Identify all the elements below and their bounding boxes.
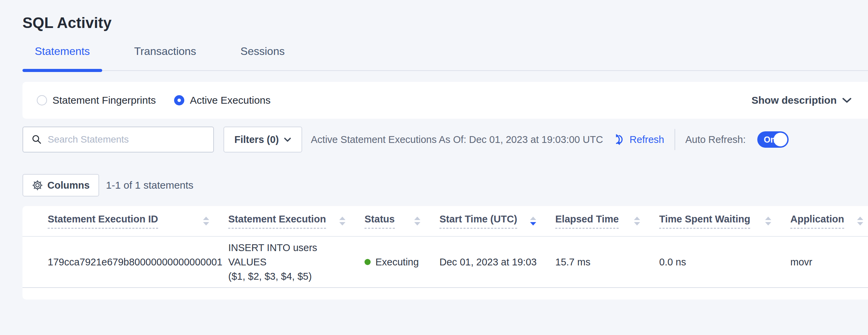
- radio-label: Active Executions: [190, 94, 270, 106]
- caret-down-icon: [414, 222, 420, 225]
- column-header-start-time[interactable]: Start Time (UTC): [439, 214, 555, 229]
- sort-icon: [857, 217, 863, 225]
- tab-transactions[interactable]: Transactions: [122, 44, 208, 70]
- refresh-button[interactable]: Refresh: [611, 133, 664, 146]
- columns-label: Columns: [47, 180, 90, 191]
- radio-active-executions[interactable]: Active Executions: [174, 94, 270, 106]
- table-header-row: Statement Execution ID Statement Executi…: [22, 206, 868, 237]
- cell-statement: INSERT INTO users VALUES ($1, $2, $3, $4…: [228, 241, 365, 283]
- column-header-statement-execution-id[interactable]: Statement Execution ID: [48, 214, 228, 229]
- caret-up-icon: [203, 217, 209, 220]
- page-title: SQL Activity: [22, 14, 868, 31]
- as-of-timestamp: Active Statement Executions As Of: Dec 0…: [311, 134, 603, 145]
- tab-statements[interactable]: Statements: [22, 44, 102, 70]
- cell-time-spent-waiting: 0.0 ns: [659, 257, 790, 268]
- show-description-toggle[interactable]: Show description: [751, 94, 852, 106]
- tab-sessions[interactable]: Sessions: [228, 44, 297, 70]
- cell-execution-id: 179cca7921e679b80000000000000001: [48, 257, 228, 268]
- caret-down-icon: [339, 222, 345, 225]
- sort-icon: [634, 217, 640, 225]
- sort-icon: [203, 217, 209, 225]
- cell-elapsed-time: 15.7 ms: [555, 257, 659, 268]
- cell-application: movr: [790, 257, 868, 268]
- sort-icon: [414, 217, 420, 225]
- view-mode-card: Statement Fingerprints Active Executions…: [22, 82, 868, 119]
- controls-row: Filters (0) Active Statement Executions …: [22, 126, 868, 153]
- caret-down-icon: [857, 222, 863, 225]
- toggle-knob[interactable]: [774, 133, 787, 146]
- column-header-statement-execution[interactable]: Statement Execution: [228, 214, 365, 229]
- chevron-down-icon: [842, 97, 852, 103]
- filters-button[interactable]: Filters (0): [223, 127, 302, 152]
- caret-down-icon: [530, 222, 536, 225]
- search-icon: [31, 134, 42, 145]
- radio-label: Statement Fingerprints: [52, 94, 156, 106]
- vertical-divider: [675, 129, 675, 150]
- caret-up-icon: [530, 217, 536, 220]
- columns-button[interactable]: Columns: [22, 174, 99, 196]
- show-description-label: Show description: [751, 94, 837, 106]
- cell-status: Executing: [365, 257, 439, 268]
- caret-down-icon: [765, 222, 771, 225]
- statements-table: Statement Execution ID Statement Executi…: [22, 206, 868, 300]
- caret-up-icon: [414, 217, 420, 220]
- auto-refresh-label: Auto Refresh:: [685, 134, 746, 145]
- table-row: 179cca7921e679b80000000000000001 INSERT …: [22, 237, 868, 288]
- sort-icon-active-desc: [530, 217, 536, 225]
- column-header-elapsed-time[interactable]: Elapsed Time: [555, 214, 659, 229]
- refresh-icon: [611, 133, 625, 146]
- cell-start-time: Dec 01, 2023 at 19:03: [439, 257, 555, 268]
- column-header-status[interactable]: Status: [365, 214, 439, 229]
- caret-down-icon: [203, 222, 209, 225]
- caret-up-icon: [339, 217, 345, 220]
- column-header-application[interactable]: Application: [790, 214, 868, 229]
- refresh-label: Refresh: [630, 134, 664, 145]
- caret-up-icon: [634, 217, 640, 220]
- sort-icon: [765, 217, 771, 225]
- auto-refresh-toggle[interactable]: On: [757, 131, 789, 148]
- filters-label: Filters (0): [234, 134, 279, 145]
- radio-icon: [37, 95, 47, 105]
- status-dot-icon: [365, 259, 371, 265]
- search-box: [22, 127, 214, 152]
- gear-icon: [32, 180, 43, 191]
- radio-icon: [174, 95, 184, 105]
- column-header-time-spent-waiting[interactable]: Time Spent Waiting: [659, 214, 790, 229]
- status-label: Executing: [375, 257, 419, 268]
- caret-down-icon: [634, 222, 640, 225]
- caret-up-icon: [857, 217, 863, 220]
- sort-icon: [339, 217, 345, 225]
- results-count: 1-1 of 1 statements: [106, 179, 193, 191]
- table-toolbar: Columns 1-1 of 1 statements: [22, 174, 868, 196]
- radio-statement-fingerprints[interactable]: Statement Fingerprints: [37, 94, 156, 106]
- chevron-down-icon: [284, 137, 291, 142]
- search-input[interactable]: [48, 134, 204, 145]
- caret-up-icon: [765, 217, 771, 220]
- tab-bar: Statements Transactions Sessions: [22, 44, 868, 71]
